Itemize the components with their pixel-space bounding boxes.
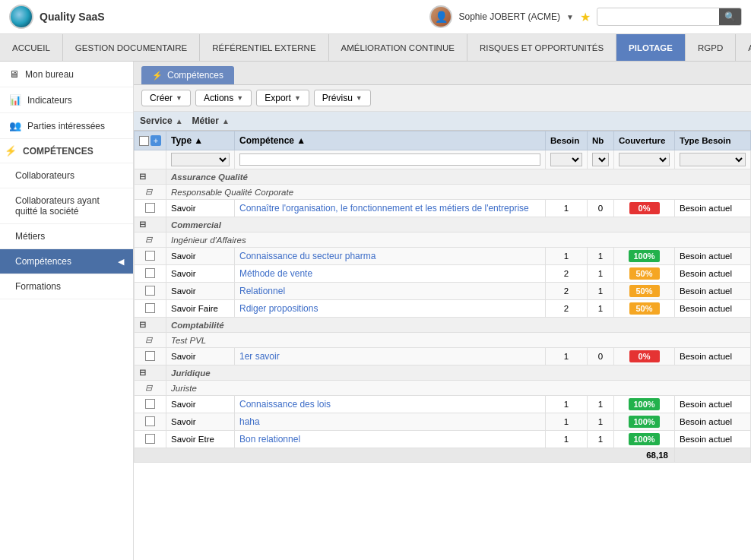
previsu-label: Prévisu	[322, 93, 353, 103]
nb-filter-select[interactable]	[592, 153, 609, 166]
competence-filter-input[interactable]	[239, 153, 540, 166]
sidebar-item-indicateurs[interactable]: 📊 Indicateurs	[0, 87, 133, 113]
row-checkbox-cell	[135, 265, 166, 283]
nav-item-amelioration[interactable]: AMÉLIORATION CONTINUE	[329, 34, 467, 61]
metier-sort-icon[interactable]: ▲	[222, 117, 230, 125]
nav-item-referentiel[interactable]: RÉFÉRENTIEL EXTERNE	[200, 34, 328, 61]
nav-item-rgpd[interactable]: RGPD	[686, 34, 736, 61]
collapse-icon[interactable]: ⊟	[139, 220, 146, 229]
row-checkbox[interactable]	[145, 251, 155, 261]
competence-link[interactable]: Rdiger propositions	[239, 303, 318, 314]
collapse-icon[interactable]: ⊟	[139, 172, 146, 181]
competence-link[interactable]: Relationnel	[239, 286, 285, 296]
nav-item-gestion[interactable]: GESTION DOCUMENTAIRE	[63, 34, 200, 61]
competence-link[interactable]: Méthode de vente	[239, 268, 312, 279]
row-checkbox[interactable]	[145, 399, 155, 409]
row-typebesoin: Besoin actuel	[675, 265, 751, 283]
sidebar-item-competences[interactable]: Compétences ◀	[0, 249, 133, 274]
row-checkbox[interactable]	[145, 351, 155, 361]
row-couverture: 100%	[614, 248, 675, 265]
nav-item-administration[interactable]: ADMINISTRATION	[736, 34, 751, 61]
collapse-icon[interactable]: ⊟	[145, 187, 152, 196]
row-competence: Connaissance du secteur pharma	[235, 248, 546, 265]
sidebar-item-mon-bureau[interactable]: 🖥 Mon bureau	[0, 62, 133, 87]
sidebar-item-formations[interactable]: Formations	[0, 274, 133, 299]
row-nb: 1	[588, 248, 614, 265]
export-button[interactable]: Export ▼	[256, 90, 309, 106]
collapse-icon[interactable]: ⊟	[139, 320, 146, 329]
row-checkbox[interactable]	[145, 268, 155, 278]
collapse-icon[interactable]: ⊟	[145, 383, 152, 392]
sidebar-item-competences-section[interactable]: ⚡ COMPÉTENCES	[0, 139, 133, 163]
row-checkbox-cell	[135, 396, 166, 413]
row-checkbox[interactable]	[145, 434, 155, 444]
sidebar-item-parties[interactable]: 👥 Parties intéressées	[0, 113, 133, 139]
row-checkbox[interactable]	[145, 203, 155, 213]
total-row: 68,18	[135, 448, 751, 463]
add-button[interactable]: +	[151, 135, 161, 146]
service-sort-asc-icon[interactable]: ▲	[176, 117, 183, 125]
favorite-star-icon[interactable]: ★	[580, 10, 591, 24]
row-nb: 0	[588, 348, 614, 365]
table-row: Savoir haha 1 1 100% Besoin actuel	[135, 413, 751, 431]
row-nb: 1	[588, 413, 614, 431]
row-checkbox-cell	[135, 348, 166, 365]
row-checkbox[interactable]	[145, 286, 155, 296]
row-typebesoin: Besoin actuel	[675, 396, 751, 413]
tab-competences[interactable]: ⚡ Compétences	[141, 66, 234, 84]
search-input[interactable]	[597, 9, 719, 24]
col-competence-sort-icon[interactable]: ▲	[296, 135, 306, 146]
creer-button[interactable]: Créer ▼	[141, 90, 191, 106]
competence-link[interactable]: Connaissance des lois	[239, 399, 331, 410]
couverture-filter-select[interactable]	[619, 153, 670, 166]
sidebar-sub-label: Collaborateurs ayant quitté la société	[15, 195, 124, 217]
row-checkbox[interactable]	[145, 416, 155, 426]
row-type: Savoir	[166, 248, 235, 265]
tab-icon: ⚡	[152, 71, 163, 81]
competence-link[interactable]: haha	[239, 416, 260, 427]
couverture-badge: 50%	[629, 302, 660, 315]
sidebar-item-label: Indicateurs	[27, 95, 72, 106]
desktop-icon: 🖥	[9, 68, 19, 80]
nav-item-accueil[interactable]: ACCUEIL	[0, 34, 63, 61]
besoin-filter-select[interactable]	[550, 153, 582, 166]
app-title: Quality SaaS	[40, 11, 105, 23]
typebesoin-filter-select[interactable]	[680, 153, 746, 166]
table-row: Savoir 1er savoir 1 0 0% Besoin actuel	[135, 348, 751, 365]
actions-button[interactable]: Actions ▼	[195, 90, 252, 106]
row-competence: Relationnel	[235, 283, 546, 300]
row-couverture: 50%	[614, 283, 675, 300]
nav-item-risques[interactable]: RISQUES ET OPPORTUNITÉS	[467, 34, 616, 61]
collapse-icon[interactable]: ⊟	[145, 335, 152, 344]
export-label: Export	[265, 93, 291, 103]
previsu-button[interactable]: Prévisu ▼	[314, 90, 371, 106]
competence-link[interactable]: Connaître l'organisation, le fonctionnem…	[239, 203, 529, 214]
row-nb: 0	[588, 200, 614, 217]
dropdown-icon[interactable]: ▼	[566, 13, 574, 21]
sidebar-collapse-button[interactable]: ◀	[118, 257, 124, 267]
collapse-icon[interactable]: ⊟	[145, 235, 152, 244]
subgroup-row: ⊟ Juriste	[135, 381, 751, 396]
collapse-icon[interactable]: ⊟	[139, 368, 146, 377]
creer-label: Créer	[150, 93, 173, 103]
row-typebesoin: Besoin actuel	[675, 283, 751, 300]
row-competence: Rdiger propositions	[235, 300, 546, 318]
type-filter-select[interactable]	[171, 153, 230, 166]
subgroup-name: Test PVL	[166, 333, 751, 348]
sidebar-item-metiers[interactable]: Métiers	[0, 224, 133, 249]
select-all-checkbox[interactable]	[139, 136, 149, 146]
competence-link[interactable]: Connaissance du secteur pharma	[239, 251, 376, 261]
row-type: Savoir	[166, 348, 235, 365]
row-checkbox-cell	[135, 200, 166, 217]
row-couverture: 100%	[614, 431, 675, 448]
content-inner: ⚡ Compétences Créer ▼ Actions ▼ Export ▼	[134, 62, 751, 560]
sidebar-item-collaborateurs[interactable]: Collaborateurs	[0, 163, 133, 188]
col-type-sort-icon[interactable]: ▲	[194, 135, 203, 146]
competence-link[interactable]: 1er savoir	[239, 351, 280, 362]
row-couverture: 0%	[614, 200, 675, 217]
competence-link[interactable]: Bon relationnel	[239, 434, 300, 445]
row-checkbox[interactable]	[145, 303, 155, 313]
nav-item-pilotage[interactable]: PILOTAGE	[616, 34, 686, 61]
search-button[interactable]: 🔍	[719, 8, 741, 25]
sidebar-item-collaborateurs-quitte[interactable]: Collaborateurs ayant quitté la société	[0, 188, 133, 224]
